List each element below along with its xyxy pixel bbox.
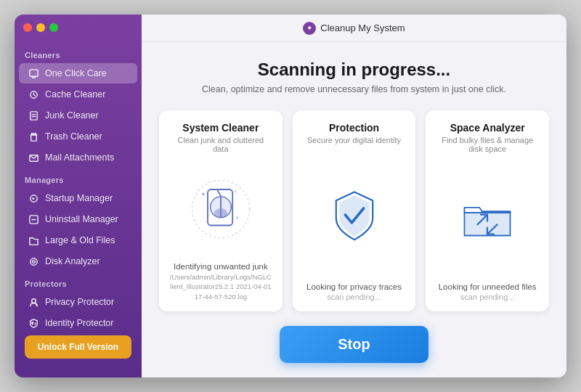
trash-cleaner-label: Trash Cleaner: [45, 131, 102, 142]
system-cleaner-scan-path: /Users/admin/Library/Logs/NGLClient_Illu…: [169, 272, 272, 301]
space-analyzer-status: Looking for unneeded files: [439, 282, 537, 291]
card-space-analyzer: Space AnalyzerFind bulky files & manage …: [426, 110, 549, 311]
minimize-button[interactable]: [36, 23, 45, 32]
sidebar-item-trash-cleaner[interactable]: Trash Cleaner: [19, 126, 137, 147]
svg-point-14: [31, 298, 36, 303]
sidebar-item-startup-manager[interactable]: Startup Manager: [19, 188, 137, 208]
svg-rect-4: [30, 111, 36, 119]
sidebar-nav: CleanersOne Click CareCache CleanerJunk …: [15, 44, 142, 334]
svg-rect-0: [29, 69, 37, 75]
svg-text:✦: ✦: [235, 215, 239, 220]
identity-protector-icon: [28, 317, 39, 329]
scan-heading: Scanning in progress...: [258, 60, 450, 80]
sidebar-item-one-click-care[interactable]: One Click Care: [19, 63, 137, 83]
sidebar: CleanersOne Click CareCache CleanerJunk …: [15, 15, 142, 377]
sidebar-item-uninstall-manager[interactable]: Uninstall Manager: [19, 209, 137, 229]
sidebar-item-junk-cleaner[interactable]: Junk Cleaner: [19, 105, 137, 126]
one-click-care-label: One Click Care: [45, 68, 107, 78]
traffic-lights: [23, 23, 58, 32]
disk-analyzer-label: Disk Analyzer: [45, 256, 100, 266]
trash-cleaner-icon: [28, 131, 39, 142]
uninstall-manager-icon: [28, 213, 39, 225]
app-title: Cleanup My System: [320, 23, 405, 33]
card-system-cleaner: System CleanerClean junk and cluttered d…: [159, 110, 283, 311]
svg-rect-7: [31, 134, 36, 140]
privacy-protector-icon: [28, 296, 39, 308]
unlock-full-version-button[interactable]: Unlock Full Version: [25, 335, 131, 359]
junk-cleaner-label: Junk Cleaner: [45, 110, 99, 121]
identity-protector-label: Identity Protector: [45, 318, 114, 328]
startup-manager-label: Startup Manager: [45, 193, 113, 203]
card-protection: ProtectionSecure your digital identity L…: [293, 110, 416, 311]
titlebar: ✦ Cleanup My System: [142, 15, 566, 42]
main-content: Scanning in progress... Clean, optimize …: [142, 42, 566, 377]
main-area: ✦ Cleanup My System Scanning in progress…: [142, 15, 566, 377]
space-analyzer-scan-pending: scan pending...: [460, 293, 515, 301]
startup-manager-icon: [28, 192, 39, 204]
system-cleaner-card-title: System Cleaner: [182, 122, 259, 134]
cache-cleaner-icon: [28, 89, 39, 100]
privacy-protector-label: Privacy Protector: [45, 297, 114, 307]
junk-cleaner-icon: [28, 110, 39, 121]
app-logo-icon: ✦: [303, 22, 316, 35]
close-button[interactable]: [23, 23, 32, 32]
app-title-bar: ✦ Cleanup My System: [303, 22, 405, 35]
scan-subheading: Clean, optimize and remove unnecessary f…: [202, 84, 506, 94]
sidebar-item-disk-analyzer[interactable]: Disk Analyzer: [19, 251, 137, 271]
sidebar-bottom: Unlock Full Version: [15, 335, 142, 366]
svg-text:✦: ✦: [201, 191, 206, 197]
protection-scan-pending: scan pending...: [327, 293, 381, 301]
uninstall-manager-label: Uninstall Manager: [45, 214, 118, 224]
protection-card-subtitle: Secure your digital identity: [307, 136, 401, 144]
space-analyzer-illustration: [455, 160, 520, 278]
svg-text:✦: ✦: [234, 189, 237, 194]
sidebar-section-label: Cleaners: [15, 44, 142, 62]
protection-status: Looking for privacy traces: [306, 282, 402, 291]
space-analyzer-card-subtitle: Find bulky files & manage disk space: [436, 136, 539, 153]
protection-illustration: [322, 152, 387, 278]
system-cleaner-illustration: ✦ ✦ ✦: [188, 160, 253, 258]
large-old-files-label: Large & Old Files: [45, 235, 115, 245]
cache-cleaner-label: Cache Cleaner: [45, 89, 105, 99]
svg-point-12: [30, 258, 36, 264]
system-cleaner-card-subtitle: Clean junk and cluttered data: [169, 136, 272, 153]
mail-attachments-label: Mail Attachments: [45, 152, 114, 163]
sidebar-section-label: Protectors: [15, 272, 142, 291]
cards-row: System CleanerClean junk and cluttered d…: [159, 110, 549, 311]
sidebar-item-cache-cleaner[interactable]: Cache Cleaner: [19, 84, 137, 105]
large-old-files-icon: [28, 234, 39, 246]
maximize-button[interactable]: [49, 23, 58, 32]
mail-attachments-icon: [28, 152, 39, 163]
space-analyzer-card-title: Space Analyzer: [450, 122, 525, 134]
sidebar-section-label: Managers: [15, 168, 142, 187]
sidebar-item-privacy-protector[interactable]: Privacy Protector: [19, 292, 137, 312]
sidebar-item-mail-attachments[interactable]: Mail Attachments: [19, 147, 137, 168]
protection-card-title: Protection: [329, 122, 379, 134]
svg-point-23: [214, 208, 227, 218]
one-click-care-icon: [28, 68, 39, 79]
sidebar-item-identity-protector[interactable]: Identity Protector: [19, 313, 137, 333]
disk-analyzer-icon: [28, 256, 39, 267]
svg-point-13: [32, 260, 35, 263]
app-window: CleanersOne Click CareCache CleanerJunk …: [15, 15, 566, 377]
svg-point-17: [31, 322, 33, 323]
stop-button[interactable]: Stop: [280, 326, 428, 363]
system-cleaner-status: Identifying unwanted junk: [174, 262, 268, 271]
sidebar-item-large-old-files[interactable]: Large & Old Files: [19, 230, 137, 250]
